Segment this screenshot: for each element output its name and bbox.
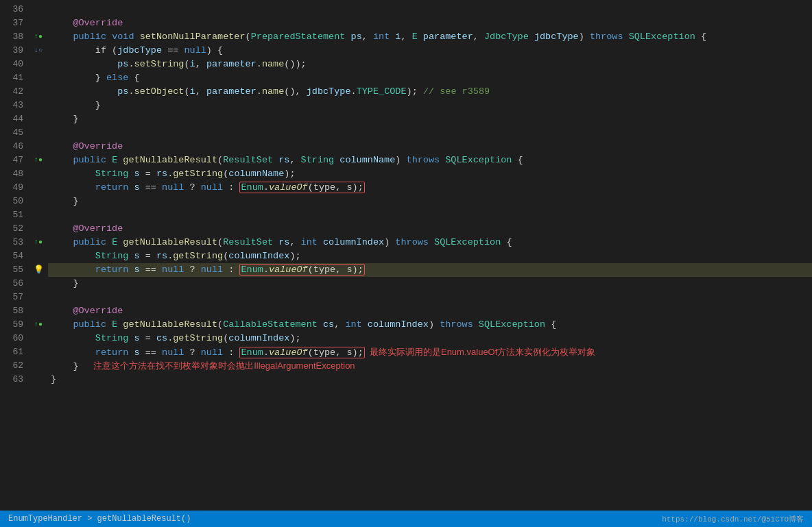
annotation-token: @Override: [51, 18, 123, 28]
punc-token: ==: [140, 265, 162, 275]
param-token: s: [134, 182, 140, 193]
method-token: getNullableResult: [123, 237, 217, 247]
punc-token: ==: [140, 347, 162, 358]
kw-token: return: [51, 182, 134, 193]
line-number: 55: [0, 263, 23, 277]
punc-token: ,: [289, 237, 300, 247]
type-token: SQLException: [479, 319, 551, 330]
param-token: parameter: [206, 59, 256, 69]
line-number: 47: [0, 154, 23, 167]
line-number: 54: [0, 249, 23, 263]
method-token: setNonNullParameter: [140, 32, 246, 42]
code-line: @Override: [48, 304, 812, 318]
punc-token: [345, 32, 350, 42]
gutter-item: [29, 359, 48, 373]
type-token: ResultSet: [223, 155, 278, 165]
punc-token: (: [217, 237, 223, 247]
kw-token: public: [51, 155, 112, 165]
type-token: SQLException: [434, 237, 506, 247]
punc-token: );: [284, 169, 295, 179]
method-token: name: [262, 59, 284, 69]
line-number: 44: [0, 112, 23, 126]
punc-token: :: [223, 265, 239, 275]
arrow-up-icon: ↑●: [34, 154, 43, 167]
type-token: String: [95, 251, 134, 261]
param-token: columnName: [339, 155, 395, 165]
gutter-item: [29, 71, 48, 85]
status-bar: EnumTypeHandler > getNullableResult() ht…: [0, 511, 812, 527]
punc-token: .: [256, 59, 262, 69]
punc-token: {: [551, 319, 556, 330]
kw2-token: null: [201, 347, 223, 358]
code-line: String s = cs.getString(columnIndex);: [48, 332, 812, 345]
code-line: } 注意这个方法在找不到枚举对象时会抛出IllegalArgumentExcep…: [48, 359, 812, 373]
code-line: if (jdbcType == null) {: [48, 44, 812, 58]
gutter-item: [29, 58, 48, 71]
line-number: 61: [0, 345, 23, 359]
punc-token: ) {: [206, 45, 223, 56]
param-token: s: [134, 347, 140, 358]
punc-token: ): [579, 32, 590, 42]
param-token: ps: [351, 32, 362, 42]
punc-token: }: [51, 196, 79, 206]
line-number: 39: [0, 44, 23, 58]
punc-token: (),: [284, 86, 306, 97]
gutter-item: [29, 291, 48, 304]
punc-token: );: [289, 333, 300, 343]
type-token: PreparedStatement: [251, 32, 346, 42]
punc-token: {: [506, 237, 512, 247]
gutter-item: [29, 249, 48, 263]
gutter-item: [29, 195, 48, 208]
line-number: 46: [0, 140, 23, 154]
param-token: jdbcType: [534, 32, 579, 42]
gutter-item: [29, 277, 48, 291]
punc-token: }: [51, 73, 106, 83]
arrow-up-icon: ↑●: [34, 30, 43, 44]
code-line: public void setNonNullParameter(Prepared…: [48, 30, 812, 44]
arrow-up-icon: ↑●: [34, 236, 43, 249]
param-token: rs: [278, 237, 289, 247]
code-line: } else {: [48, 71, 812, 85]
punc-token: .: [128, 59, 134, 69]
punc-token: ==: [162, 45, 184, 56]
punc-token: ());: [284, 59, 306, 69]
punc-token: {: [518, 155, 523, 165]
code-line: return s == null ? null : Enum.valueOf(t…: [48, 345, 812, 359]
param-token: parameter: [206, 86, 256, 97]
line-number: 50: [0, 195, 23, 208]
punc-token: [51, 86, 117, 97]
kw-token: throws: [440, 319, 479, 330]
method-token: getString: [173, 333, 223, 343]
code-line: }: [48, 112, 812, 126]
param-token: columnIndex: [228, 251, 289, 261]
code-line: }: [48, 373, 812, 387]
punc-token: {: [701, 32, 706, 42]
punc-token: [51, 251, 95, 261]
type-token: String: [95, 169, 134, 179]
gutter-item: [29, 373, 48, 387]
line-number: 48: [0, 167, 23, 181]
punc-token: (: [217, 319, 223, 330]
punc-token: ,: [195, 59, 206, 69]
line-number: 58: [0, 304, 23, 318]
punc-token: [51, 169, 95, 179]
punc-token: ,: [401, 32, 411, 42]
line-number: 59: [0, 318, 23, 332]
punc-token: ,: [362, 32, 373, 42]
type-token: JdbcType: [484, 32, 534, 42]
code-line: public E getNullableResult(CallableState…: [48, 318, 812, 332]
line-number: 36: [0, 3, 23, 16]
punc-token: (: [246, 32, 251, 42]
breadcrumb: EnumTypeHandler > getNullableResult(): [8, 514, 191, 524]
code-line: String s = rs.getString(columnIndex);: [48, 249, 812, 263]
punc-token: if (: [51, 45, 117, 56]
method-token: getString: [173, 169, 223, 179]
gutter-item: [29, 16, 48, 30]
kw2-token: null: [201, 265, 223, 275]
watermark: https://blog.csdn.net/@51CTO博客: [662, 514, 804, 524]
kw2-token: null: [162, 182, 184, 193]
line-number: 43: [0, 99, 23, 112]
kw-token: public: [51, 319, 112, 330]
punc-token: ?: [184, 265, 200, 275]
gutter-item: [29, 3, 48, 16]
